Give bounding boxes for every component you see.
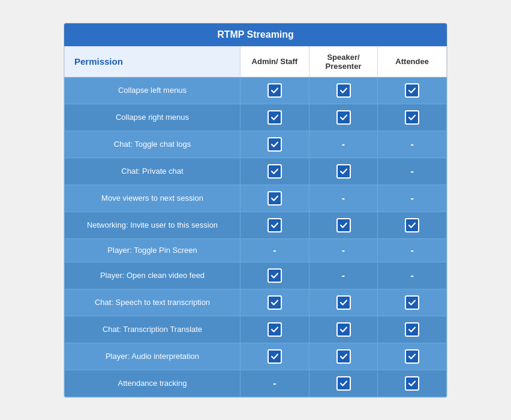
speaker-cell (309, 77, 378, 104)
permission-cell: Move viewers to next session (65, 185, 241, 211)
table-row: Chat: Toggle chat logs -- (65, 131, 447, 158)
check-icon (267, 295, 282, 310)
admin-column-header: Admin/ Staff (241, 46, 309, 77)
speaker-cell (309, 343, 378, 370)
admin-cell (241, 77, 309, 104)
permission-column-header: Permission (65, 46, 241, 77)
admin-cell (241, 185, 309, 211)
admin-cell: - (241, 238, 309, 262)
attendee-cell: - (378, 185, 447, 211)
dash-icon: - (411, 166, 414, 176)
table-row: Chat: Speech to text transcription (65, 289, 447, 316)
attendee-cell: - (378, 158, 447, 185)
admin-cell (241, 316, 309, 343)
speaker-cell: - (309, 262, 378, 289)
check-icon (267, 268, 282, 283)
table-row: Networking: Invite user to this session (65, 211, 447, 238)
permission-cell: Collapse left menus (65, 77, 241, 104)
table-row: Move viewers to next session -- (65, 185, 447, 211)
speaker-cell (309, 211, 378, 238)
dash-icon: - (342, 193, 345, 203)
attendee-cell (378, 370, 447, 397)
check-icon (267, 137, 282, 152)
permission-cell: Attendance tracking (65, 370, 241, 397)
attendee-cell: - (378, 131, 447, 158)
attendee-cell (378, 104, 447, 131)
check-icon (336, 110, 351, 125)
admin-cell (241, 289, 309, 316)
dash-icon: - (411, 193, 414, 203)
table-header-row: Permission Admin/ Staff Speaker/ Present… (65, 46, 447, 77)
attendee-cell (378, 316, 447, 343)
dash-icon: - (342, 245, 345, 255)
check-icon (405, 110, 419, 125)
table-row: Attendance tracking- (65, 370, 447, 397)
permission-cell: Collapse right menus (65, 104, 241, 131)
check-icon (267, 218, 282, 232)
table-row: Player: Audio interpretation (65, 343, 447, 370)
check-icon (267, 191, 282, 206)
check-icon (336, 164, 351, 179)
speaker-cell: - (309, 131, 378, 158)
permission-cell: Chat: Private chat (65, 158, 241, 185)
permission-cell: Player: Audio interpretation (65, 343, 241, 370)
admin-cell (241, 262, 309, 289)
check-icon (267, 83, 282, 98)
check-icon (267, 164, 282, 179)
attendee-cell: - (378, 262, 447, 289)
check-icon (336, 218, 351, 232)
rtmp-streaming-table: RTMP Streaming Permission Admin/ Staff S… (64, 23, 447, 398)
speaker-cell: - (309, 185, 378, 211)
check-icon (267, 110, 282, 125)
check-icon (405, 83, 419, 98)
permission-cell: Chat: Toggle chat logs (65, 131, 241, 158)
table-row: Collapse left menus (65, 77, 447, 104)
check-icon (405, 295, 419, 310)
check-icon (405, 376, 419, 391)
check-icon (405, 218, 419, 232)
speaker-cell (309, 316, 378, 343)
permission-cell: Chat: Transcription Translate (65, 316, 241, 343)
permission-cell: Player: Toggle Pin Screen (65, 238, 241, 262)
speaker-cell (309, 104, 378, 131)
check-icon (267, 349, 282, 364)
dash-icon: - (342, 270, 345, 280)
check-icon (405, 322, 419, 337)
permission-cell: Player: Open clean video feed (65, 262, 241, 289)
speaker-cell: - (309, 238, 378, 262)
check-icon (336, 322, 351, 337)
dash-icon: - (411, 245, 414, 255)
admin-cell (241, 131, 309, 158)
admin-cell: - (241, 370, 309, 397)
attendee-column-header: Attendee (378, 46, 447, 77)
speaker-cell (309, 370, 378, 397)
attendee-cell: - (378, 238, 447, 262)
dash-icon: - (342, 139, 345, 149)
table-title: RTMP Streaming (64, 23, 447, 46)
speaker-column-header: Speaker/ Presenter (309, 46, 378, 77)
attendee-cell (378, 77, 447, 104)
speaker-cell (309, 289, 378, 316)
speaker-cell (309, 158, 378, 185)
check-icon (336, 376, 351, 391)
table-row: Chat: Private chat - (65, 158, 447, 185)
dash-icon: - (411, 270, 414, 280)
table-row: Player: Toggle Pin Screen--- (65, 238, 447, 262)
dash-icon: - (411, 139, 414, 149)
dash-icon: - (273, 245, 276, 255)
check-icon (336, 83, 351, 98)
admin-cell (241, 104, 309, 131)
check-icon (405, 349, 419, 364)
table-row: Chat: Transcription Translate (65, 316, 447, 343)
attendee-cell (378, 211, 447, 238)
table-row: Player: Open clean video feed -- (65, 262, 447, 289)
dash-icon: - (273, 378, 276, 388)
permission-cell: Chat: Speech to text transcription (65, 289, 241, 316)
check-icon (267, 322, 282, 337)
table-row: Collapse right menus (65, 104, 447, 131)
check-icon (336, 295, 351, 310)
attendee-cell (378, 289, 447, 316)
admin-cell (241, 343, 309, 370)
permission-cell: Networking: Invite user to this session (65, 211, 241, 238)
check-icon (336, 349, 351, 364)
